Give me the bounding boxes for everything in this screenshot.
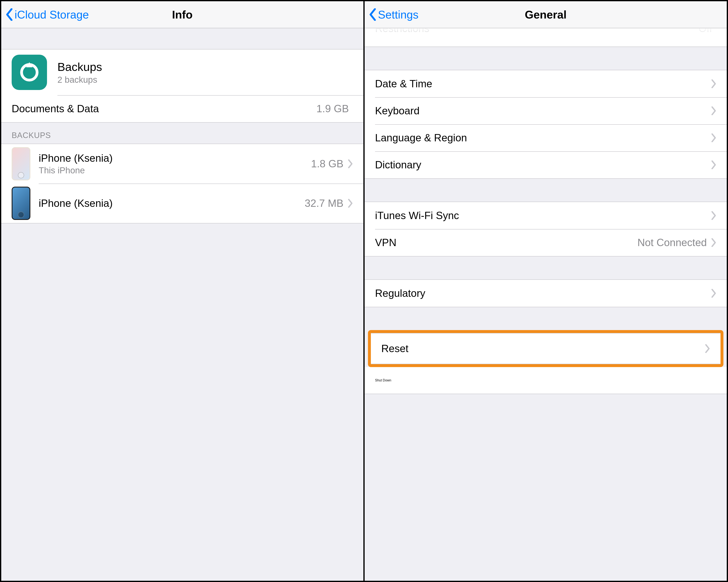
reset-highlight: Reset [368, 330, 723, 367]
back-button-settings[interactable]: Settings [369, 8, 418, 21]
row-label: Regulatory [375, 287, 711, 299]
chevron-right-icon [711, 211, 717, 220]
backups-list-header: BACKUPS [1, 122, 363, 144]
chevron-right-icon [711, 289, 717, 298]
back-label: Settings [378, 8, 418, 21]
backup-item-name: iPhone (Ksenia) [39, 197, 305, 209]
chevron-right-icon [711, 106, 717, 115]
device-thumbnail-icon [11, 187, 30, 220]
row-label: Keyboard [375, 105, 711, 117]
general-settings-panel: Settings General Restrictions Off Date &… [365, 0, 728, 582]
left-content: Backups 2 backups Documents & Data 1.9 G… [1, 28, 363, 581]
chevron-right-icon [347, 199, 353, 207]
backups-subtitle: 2 backups [57, 75, 353, 85]
chevron-right-icon [711, 238, 717, 247]
back-button-icloud-storage[interactable]: iCloud Storage [5, 8, 89, 21]
row-label: Date & Time [375, 78, 711, 90]
backup-item-sub: This iPhone [39, 165, 311, 175]
general-group-3: Regulatory [365, 279, 727, 307]
documents-data-value: 1.9 GB [316, 103, 349, 115]
icloud-info-panel: iCloud Storage Info Backups 2 backups [0, 0, 365, 582]
backups-summary-row[interactable]: Backups 2 backups [1, 50, 363, 95]
navbar-left: iCloud Storage Info [1, 1, 363, 28]
chevron-left-icon [5, 8, 13, 21]
chevron-right-icon [705, 344, 710, 353]
backups-list-group: iPhone (Ksenia) This iPhone 1.8 GB iPhon… [1, 144, 363, 223]
row-label: iTunes Wi-Fi Sync [375, 210, 711, 222]
restrictions-row-cutoff[interactable]: Restrictions Off [365, 28, 727, 47]
general-group-2: iTunes Wi-Fi Sync VPN Not Connected [365, 202, 727, 256]
backups-title: Backups [57, 60, 353, 74]
regulatory-row[interactable]: Regulatory [365, 280, 727, 307]
keyboard-row[interactable]: Keyboard [365, 97, 727, 124]
shutdown-row[interactable]: Shut Down [365, 367, 727, 394]
row-label: Dictionary [375, 159, 711, 171]
navbar-right: Settings General [365, 1, 727, 28]
chevron-right-icon [711, 161, 717, 169]
documents-data-row[interactable]: Documents & Data 1.9 GB [1, 95, 363, 122]
right-content: Restrictions Off Date & Time Keyboard La… [365, 28, 727, 581]
chevron-right-icon [711, 134, 717, 142]
row-label: VPN [375, 237, 637, 249]
documents-data-label: Documents & Data [11, 103, 316, 115]
device-thumbnail-icon [11, 147, 30, 181]
chevron-right-icon [347, 160, 353, 168]
date-time-row[interactable]: Date & Time [365, 70, 727, 97]
backup-item-size: 32.7 MB [305, 197, 343, 209]
page-title-right: General [365, 8, 727, 21]
reset-shutdown-group: Reset Shut Down [365, 330, 727, 394]
vpn-value: Not Connected [637, 237, 707, 249]
vpn-row[interactable]: VPN Not Connected [365, 229, 727, 256]
reset-label: Reset [381, 342, 705, 355]
restrictions-value: Off [699, 28, 712, 34]
backup-item-0[interactable]: iPhone (Ksenia) This iPhone 1.8 GB [1, 144, 363, 184]
chevron-right-icon [711, 79, 717, 88]
dictionary-row[interactable]: Dictionary [365, 151, 727, 178]
itunes-wifi-sync-row[interactable]: iTunes Wi-Fi Sync [365, 202, 727, 229]
backup-item-1[interactable]: iPhone (Ksenia) 32.7 MB [1, 184, 363, 223]
row-label: Language & Region [375, 132, 711, 144]
language-region-row[interactable]: Language & Region [365, 124, 727, 151]
chevron-left-icon [369, 8, 377, 21]
restrictions-label: Restrictions [375, 28, 699, 34]
shutdown-label: Shut Down [375, 379, 391, 382]
backup-icon [11, 55, 47, 90]
general-group-1: Date & Time Keyboard Language & Region D… [365, 70, 727, 179]
backup-item-size: 1.8 GB [311, 158, 343, 170]
reset-row[interactable]: Reset [371, 333, 721, 364]
back-label: iCloud Storage [15, 8, 89, 21]
backups-summary-group: Backups 2 backups Documents & Data 1.9 G… [1, 49, 363, 122]
backup-item-name: iPhone (Ksenia) [39, 152, 311, 164]
